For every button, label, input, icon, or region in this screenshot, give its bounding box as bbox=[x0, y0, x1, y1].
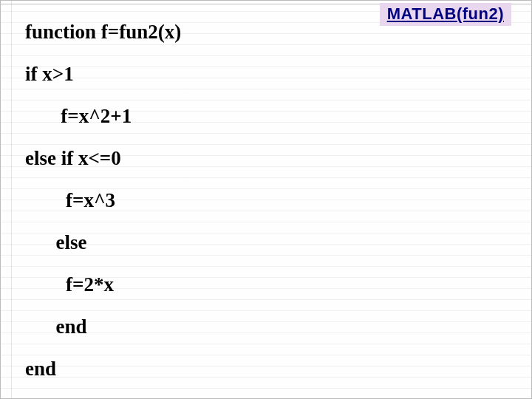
code-line: function f=fun2(x) bbox=[25, 22, 517, 42]
code-line: if x>1 bbox=[25, 64, 517, 84]
code-line: end bbox=[25, 317, 517, 337]
code-line: f=x^2+1 bbox=[25, 106, 517, 126]
code-line: end bbox=[25, 359, 517, 379]
code-line: f=x^3 bbox=[25, 191, 517, 211]
code-line: else if x<=0 bbox=[25, 149, 517, 168]
code-line: else bbox=[25, 233, 517, 253]
code-line: f=2*x bbox=[25, 275, 517, 295]
code-block: function f=fun2(x) if x>1 f=x^2+1 else i… bbox=[25, 22, 517, 392]
matlab-badge-label: MATLAB(fun2) bbox=[387, 4, 504, 23]
